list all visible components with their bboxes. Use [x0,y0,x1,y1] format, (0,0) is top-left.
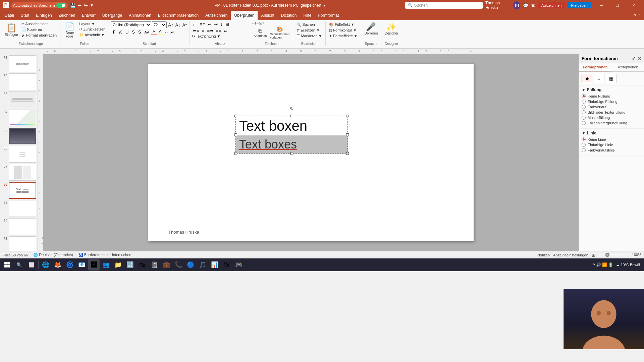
view-normal-icon[interactable]: ⊞ [592,252,596,258]
radio-einfache-linie[interactable]: Einfarbige Linie [582,143,641,147]
slide-thumb-55[interactable]: 55 [1,128,36,144]
align-left-button[interactable]: ⬅≡ [192,28,200,34]
neue-folie-button[interactable]: 📄 NeueFolie [62,21,77,39]
search-taskbar-button[interactable]: 🔍 [13,259,25,270]
radio-folienhintergrund[interactable]: Folienhintergrundfüllung [582,121,641,125]
edge-icon[interactable]: 🌐 [40,259,51,270]
record-button[interactable]: Aufzeichnen [538,2,565,8]
italic-button[interactable]: K [118,29,123,35]
slide-preview-54[interactable] [9,110,36,126]
slide-thumb-56[interactable]: 56 ─────────────── [1,146,36,163]
font-name-select[interactable]: Calibri (Textkörper) [111,21,151,28]
slide-preview-58[interactable]: Text boxen Text boxes [9,182,36,199]
quick-access-icon[interactable]: ▼ [90,3,94,8]
zoom-slider[interactable]: ── 🔘──────── 100% [599,253,641,257]
form-icon-circle[interactable]: ○ [594,74,604,83]
tab-animationen[interactable]: Animationen [125,11,155,20]
onenote-icon[interactable]: 📓 [149,259,160,270]
font-size-select[interactable]: 72 [152,21,167,28]
zuruecksetzen-button[interactable]: ↺ Zurücksetzen [78,27,107,32]
undo-icon[interactable]: ↩ [78,3,82,8]
handle-tr[interactable] [346,115,349,117]
app11-icon[interactable]: 🎵 [197,259,208,270]
strikethrough-button[interactable]: S [130,29,136,35]
underline-button[interactable]: U [124,29,130,35]
tab-einfuegen[interactable]: Einfügen [33,11,55,20]
format-uebertragen-button[interactable]: 🖌 Format übertragen [20,33,58,38]
help-icon[interactable]: ? [634,13,636,18]
saved-location-chevron[interactable]: ▼ [323,4,326,7]
task-view-button[interactable]: ⬜ [25,259,37,270]
slide-thumb-60[interactable]: 60 [1,218,36,235]
outlook-icon[interactable]: 📧 [76,259,88,270]
slide-thumb-58[interactable]: 58 Text boxen Text boxes [1,182,36,199]
slide-preview-56[interactable]: ─────────────── [9,146,36,163]
radio-keine-linie[interactable]: Keine Linie [582,137,641,141]
word-icon[interactable]: W [221,259,232,270]
slide-preview-57[interactable] [9,164,36,181]
slide-preview-59[interactable] [9,200,36,217]
handle-bl[interactable] [234,152,237,155]
powerpoint-icon[interactable]: 🅿 [88,259,100,270]
app12-icon[interactable]: 📊 [209,259,220,270]
decrease-font-button[interactable]: A↓ [174,22,181,27]
tab-entwurf[interactable]: Entwurf [78,11,99,20]
firefox-icon[interactable]: 🦊 [52,259,63,270]
kopieren-button[interactable]: 📄 Kopieren [20,27,58,32]
handle-bc[interactable] [290,152,293,155]
designer-button[interactable]: ✨ Designer [383,21,399,36]
tab-uebergaenge[interactable]: Übergänge [99,11,125,20]
close-panel-button[interactable]: ✕ [638,56,641,61]
slide-thumb-57[interactable]: 57 [1,164,36,181]
abschnitt-button[interactable]: 📁 Abschnitt ▼ [78,33,107,38]
handle-tl[interactable] [234,115,237,117]
autosave-toggle[interactable]: Automatisches Speichern [11,2,68,9]
handle-mr[interactable] [346,133,349,136]
slide-preview-51[interactable]: Textvorlagen [9,55,36,72]
tab-datei[interactable]: Datei [1,11,17,20]
superscript-button[interactable]: x² [169,30,174,35]
spacing-button[interactable]: AV [143,30,151,35]
ribbon-collapse-icon[interactable]: ⌃ [638,13,641,18]
tab-praesentation[interactable]: Bildschirmpräsentation [155,11,202,20]
teams-icon[interactable]: 👥 [100,259,112,270]
form-icon-grid[interactable]: ▦ [606,74,616,83]
indent-less-button[interactable]: ⇤ [207,21,212,27]
radio-bild-textur[interactable]: Bild- oder Texturfüllung [582,110,641,114]
formeffekte-button[interactable]: ✦ Formeffekte ▼ [328,34,359,39]
ausschneiden-button[interactable]: ✂ Ausschneiden [20,21,58,26]
handle-ml[interactable] [234,133,237,136]
slide-preview-61[interactable] [9,236,36,251]
weather-widget[interactable]: ☁ 10°C Bewöl [616,263,640,267]
radio-farbverlauf[interactable]: Farbverlauf [582,105,641,109]
slide-thumb-61[interactable]: 61 [1,236,36,251]
slide-preview-52[interactable] [9,73,36,90]
notes-button[interactable]: Notizen [537,253,550,257]
handle-tc[interactable] [290,115,293,117]
radio-farbverlauf-linie[interactable]: Farbverlaufslinie [582,148,641,152]
slide-panel[interactable]: 51 Textvorlagen 52 53 54 [0,54,38,251]
diktieren-button[interactable]: 🎤 Diktieren [363,21,379,36]
clear-format-button[interactable]: Aᵃ [182,22,188,27]
linie-header[interactable]: ▼ Linie [582,131,641,135]
expand-panel-button[interactable]: ⤢ [632,56,636,61]
tab-zeichnen[interactable]: Zeichnen [55,11,78,20]
app9-icon[interactable]: 📞 [173,259,184,270]
handle-br[interactable] [346,152,349,155]
fuelleffekt-button[interactable]: 🎨 Fülleffekt ▼ [328,22,359,27]
line-spacing-button[interactable]: ↕ [219,21,224,27]
suchen-button[interactable]: 🔍 Suchen [295,22,323,27]
chrome-icon[interactable]: 🌀 [64,259,75,270]
tab-formoptionen[interactable]: Formoptionen [579,63,611,71]
slide-thumb-52[interactable]: 52 [1,73,36,90]
tab-dictation[interactable]: Dictation [278,11,300,20]
minimize-button[interactable]: ─ [594,0,609,11]
store-icon[interactable]: 🛍 [137,259,148,270]
redo-icon[interactable]: ↪ [84,3,88,8]
language-indicator[interactable]: 🌐 Deutsch (Österreich) [33,253,73,257]
tray-icons[interactable]: ^ 🔊 📶 🔋 [593,262,613,267]
rtl-button[interactable]: ⇄ [223,28,228,33]
start-button[interactable] [1,259,13,270]
formkontur-button[interactable]: ◻ Formkontur ▼ [328,28,359,33]
fuellung-header[interactable]: ▼ Füllung [582,87,641,92]
